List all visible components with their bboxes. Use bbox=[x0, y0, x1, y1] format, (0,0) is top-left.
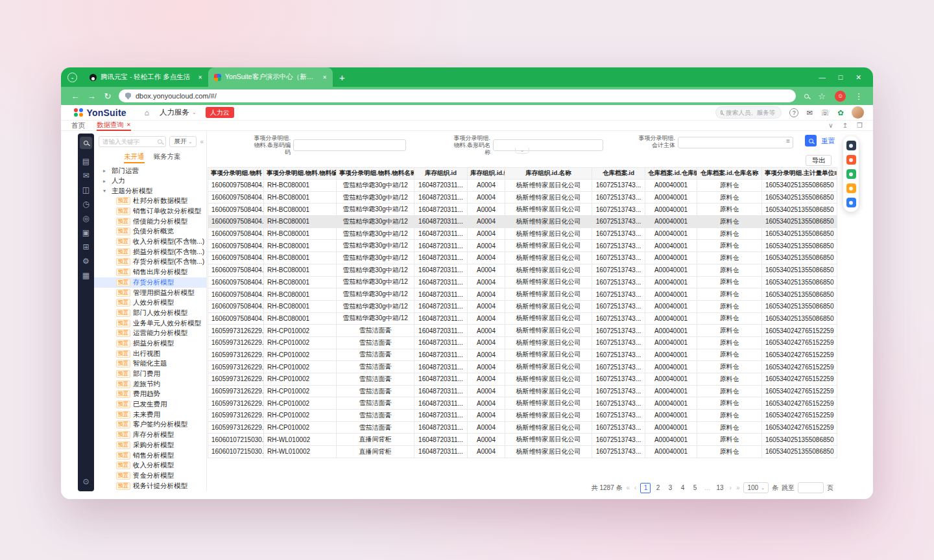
tree-item[interactable]: 预置人效分析模型 bbox=[94, 298, 206, 308]
tab-close-icon[interactable]: ✕ bbox=[126, 122, 131, 128]
grid-icon[interactable]: ▦ bbox=[78, 268, 94, 283]
table-row[interactable]: 16060107215030...RH-WL010002直播间背柜1604872… bbox=[208, 434, 837, 446]
tree-group-hr[interactable]: ▸ 人力 bbox=[94, 176, 206, 187]
table-row[interactable]: 16060097508404...RH-BC080001雪茄精华霜30g中箱/1… bbox=[208, 312, 837, 325]
global-search-field[interactable] bbox=[726, 109, 776, 116]
document-icon[interactable]: ▣ bbox=[78, 226, 94, 240]
collapse-tabs-icon[interactable]: ∨ bbox=[828, 122, 833, 129]
tab-data-query[interactable]: 数据查询 ✕ bbox=[97, 121, 131, 131]
tree-item[interactable]: 预置负债分析概览 bbox=[94, 227, 206, 237]
list-icon[interactable]: ▤ bbox=[78, 154, 94, 169]
column-header[interactable]: 仓库档案.id.仓库编码 bbox=[645, 168, 697, 180]
tree-item[interactable]: 预置存货分析模型 bbox=[94, 277, 206, 288]
assistant-extension-icon[interactable] bbox=[846, 183, 856, 193]
contacts-icon[interactable]: ◫ bbox=[78, 183, 94, 197]
filter-input-barcode-code[interactable] bbox=[293, 139, 406, 151]
table-row[interactable]: 16060107215030...RH-WL010002直播间背柜1604872… bbox=[208, 446, 837, 458]
tree-item[interactable]: 预置管理用损益分析模型 bbox=[94, 288, 206, 298]
browser-tab-yonsuite[interactable]: YonSuite客户演示中心（新架构） ✕ bbox=[208, 67, 333, 87]
page-button[interactable]: 1 bbox=[640, 483, 651, 493]
wechat-extension-icon[interactable] bbox=[846, 169, 856, 179]
filter-input-barcode-name[interactable] bbox=[493, 139, 603, 151]
tree-item[interactable]: 预置存货分析模型(不含物...) bbox=[94, 257, 206, 268]
page-button[interactable]: 4 bbox=[677, 483, 688, 493]
column-header[interactable]: 库存组织.id.名称 bbox=[505, 168, 592, 180]
first-page-icon[interactable]: « bbox=[626, 484, 631, 491]
page-button[interactable]: 13 bbox=[714, 483, 725, 493]
tree-item[interactable]: 预置资金分析模型 bbox=[94, 471, 206, 481]
table-row[interactable]: 16059973126229...RH-CP010002雪茄洁面膏1604872… bbox=[208, 397, 837, 410]
new-tab-button[interactable]: + bbox=[339, 72, 345, 83]
last-page-icon[interactable]: » bbox=[736, 484, 741, 491]
screenshot-extension-icon[interactable] bbox=[846, 155, 856, 165]
home-icon[interactable]: ⌂ bbox=[145, 108, 149, 117]
collapse-panel-icon[interactable]: « bbox=[200, 138, 204, 145]
tree-item[interactable]: 预置差旅节约 bbox=[94, 379, 206, 390]
reset-link[interactable]: 重置 bbox=[821, 137, 835, 146]
table-row[interactable]: 16060097508404...RH-BC080001雪茄精华霜30g中箱/1… bbox=[208, 228, 837, 240]
table-row[interactable]: 16059973126229...RH-CP010002雪茄洁面膏1604872… bbox=[208, 349, 837, 361]
message-icon[interactable]: ✉ bbox=[78, 169, 94, 183]
tree-item[interactable]: 预置损益分析模型 bbox=[94, 338, 206, 349]
table-row[interactable]: 16059973126229...RH-CP010002雪茄洁面膏1604872… bbox=[208, 410, 837, 422]
tree-item[interactable]: 预置客户签约分析模型 bbox=[94, 420, 206, 430]
column-header[interactable]: 库存组织.id bbox=[414, 168, 468, 180]
table-row[interactable]: 16060097508404...RH-BC080001雪茄精华霜30g中箱/1… bbox=[208, 204, 837, 216]
table-row[interactable]: 16060097508404...RH-BC080001雪茄精华霜30g中箱/1… bbox=[208, 216, 837, 228]
page-button[interactable]: 2 bbox=[653, 483, 663, 493]
address-bar[interactable]: dbox.yonyoucloud.com/#/ bbox=[119, 89, 796, 102]
forward-button[interactable]: → bbox=[86, 91, 97, 101]
tree-search-input[interactable] bbox=[102, 138, 148, 145]
bookmark-star-icon[interactable]: ☆ bbox=[817, 91, 827, 101]
tree-item[interactable]: 预置采购分析模型 bbox=[94, 440, 206, 450]
back-button[interactable]: ← bbox=[70, 91, 80, 101]
calendar-icon[interactable]: ◷ bbox=[78, 197, 94, 211]
column-header[interactable]: 事项分录明细.物料 bbox=[208, 168, 264, 180]
table-row[interactable]: 16060097508404...RH-BC080001雪茄精华霜30g中箱/1… bbox=[208, 252, 837, 264]
docs-extension-icon[interactable] bbox=[846, 141, 856, 150]
fullscreen-icon[interactable]: ❒ bbox=[857, 122, 863, 129]
next-page-icon[interactable]: › bbox=[729, 484, 732, 491]
page-button[interactable]: 3 bbox=[665, 483, 675, 493]
browser-profile-avatar[interactable]: ☺ bbox=[835, 91, 846, 102]
refresh-button[interactable]: ↻ bbox=[102, 91, 113, 101]
reference-picker-icon[interactable]: ≡ bbox=[786, 137, 790, 145]
prev-page-icon[interactable]: ‹ bbox=[634, 484, 637, 491]
jump-page-input[interactable] bbox=[798, 482, 824, 493]
tree-item[interactable]: 预置未来费用 bbox=[94, 410, 206, 420]
page-button[interactable]: 5 bbox=[689, 483, 700, 493]
scheme-tab[interactable]: 账务方案 bbox=[154, 152, 181, 163]
tree-item[interactable]: 预置销售出库分析模型 bbox=[94, 267, 206, 277]
tree-item[interactable]: 预置部门人效分析模型 bbox=[94, 308, 206, 318]
pin-top-icon[interactable]: ↥ bbox=[843, 122, 848, 129]
tab-home[interactable]: 首页 bbox=[71, 121, 85, 131]
message-icon[interactable]: ✉ bbox=[806, 108, 813, 117]
table-row[interactable]: 16060097508404...RH-BC080001雪茄精华霜30g中箱/1… bbox=[208, 264, 837, 276]
column-header[interactable]: 事项分录明细.物料.物料编码 bbox=[264, 168, 337, 180]
column-header[interactable]: 事项分录明细.物料.物料名称 bbox=[337, 168, 414, 180]
table-row[interactable]: 16059973126229...RH-CP010002雪茄洁面膏1604872… bbox=[208, 373, 837, 386]
tree-group-department[interactable]: ▸ 部门运营 bbox=[94, 166, 206, 176]
customer-service-icon[interactable]: ☏ bbox=[820, 108, 830, 117]
table-row[interactable]: 16060097508404...RH-BC080001雪茄精华霜30g中箱/1… bbox=[208, 288, 837, 301]
table-row[interactable]: 16059973126229...RH-CP010002雪茄洁面膏1604872… bbox=[208, 325, 837, 337]
minimize-button[interactable]: — bbox=[819, 73, 826, 81]
tree-item[interactable]: 预置收入分析模型 bbox=[94, 460, 206, 471]
close-window-button[interactable]: ✕ bbox=[856, 73, 861, 81]
table-row[interactable]: 16060097508404...RH-BC080001雪茄精华霜30g中箱/1… bbox=[208, 276, 837, 288]
tree-item[interactable]: 预置销售订单收款分析模型 bbox=[94, 206, 206, 216]
tab-close-icon[interactable]: ✕ bbox=[322, 75, 327, 80]
page-size-select[interactable]: 100 ⌄ bbox=[743, 482, 769, 493]
global-search-input[interactable] bbox=[715, 106, 782, 119]
tree-item[interactable]: 预置部门费用 bbox=[94, 369, 206, 379]
tree-item[interactable]: 预置业务单元人效分析模型 bbox=[94, 318, 206, 329]
table-row[interactable]: 16060097508404...RH-BC080001雪茄精华霜30g中箱/1… bbox=[208, 240, 837, 252]
browser-tab-tencent[interactable]: 腾讯元宝 - 轻松工作 多点生活 ✕ bbox=[84, 67, 208, 87]
filter-search-button[interactable] bbox=[805, 135, 817, 146]
tab-list-button[interactable]: ⌄ bbox=[67, 73, 77, 82]
tree-item[interactable]: 预置销售分析模型 bbox=[94, 450, 206, 461]
column-header[interactable]: 仓库档案.id bbox=[592, 168, 645, 180]
tree-item[interactable]: 预置已发生费用 bbox=[94, 399, 206, 410]
help-icon[interactable]: ⊙ bbox=[82, 477, 89, 486]
table-row[interactable]: 16059973126229...RH-CP010002雪茄洁面膏1604872… bbox=[208, 336, 837, 349]
